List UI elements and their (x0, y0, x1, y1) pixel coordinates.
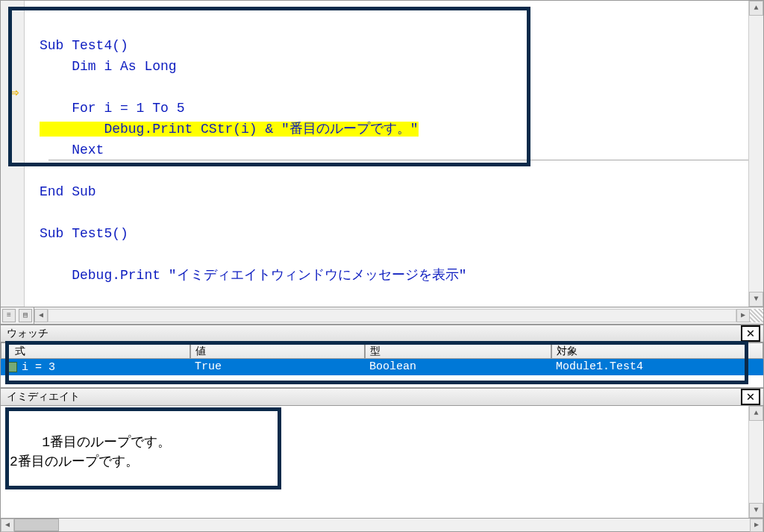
scroll-down-button[interactable]: ▼ (749, 292, 763, 307)
watch-column-headers: 式 値 型 対象 (1, 342, 763, 359)
current-line-arrow-icon: ⇨ (10, 83, 19, 101)
hscroll-right-button[interactable]: ▶ (736, 309, 750, 322)
immediate-output[interactable]: 1番目のループです。 2番目のループです。 (1, 406, 748, 518)
immediate-output-text: 1番目のループです。 2番目のループです。 (10, 435, 171, 469)
code-gutter: ⇨ (1, 1, 25, 307)
watch-cell-expression: i = 3 (1, 359, 190, 375)
procedure-view-button[interactable]: ≡ (2, 309, 16, 322)
code-line-dim: Dim i As Long (40, 59, 177, 74)
imm-hscroll-track[interactable] (59, 519, 750, 531)
code-line-for: For i = 1 To 5 (40, 101, 184, 116)
imm-scroll-track[interactable] (749, 421, 763, 503)
full-module-view-button[interactable]: ▤ (19, 309, 32, 322)
code-line-next: Next (40, 143, 104, 157)
watch-cell-context: Module1.Test4 (551, 359, 763, 375)
watch-panel-title: ウォッチ (7, 327, 48, 340)
watch-col-context[interactable]: 対象 (551, 342, 763, 359)
code-proc-separator (48, 160, 748, 160)
immediate-panel-header: イミディエイト ✕ (0, 388, 764, 406)
immediate-panel-title: イミディエイト (7, 390, 80, 404)
imm-hscroll-left-button[interactable]: ◀ (1, 519, 14, 532)
watch-row[interactable]: i = 3 True Boolean Module1.Test4 (1, 359, 763, 375)
watch-col-expression[interactable]: 式 (1, 342, 190, 359)
code-current-line: Debug.Print CStr(i) & "番目のループです。" (40, 122, 419, 137)
watch-col-value[interactable]: 値 (190, 342, 365, 359)
view-mode-buttons: ≡ ▤ (1, 307, 34, 324)
watch-panel-header: ウォッチ ✕ (0, 325, 764, 342)
code-line-endsub1: End Sub (40, 184, 96, 199)
immediate-horizontal-scrollbar[interactable]: ◀ ▶ (0, 519, 764, 532)
immediate-close-button[interactable]: ✕ (741, 389, 760, 405)
watch-cell-type: Boolean (365, 359, 551, 375)
code-line-sub2: Sub Test5() (40, 226, 128, 241)
imm-hscroll-thumb[interactable] (14, 519, 59, 531)
scroll-up-button[interactable]: ▲ (749, 1, 763, 16)
resize-grip-icon[interactable] (750, 309, 763, 322)
watch-cell-value: True (190, 359, 365, 375)
code-scroll-area[interactable]: Sub Test4() Dim i As Long For i = 1 To 5… (25, 1, 748, 307)
code-line-debug2: Debug.Print "イミディエイトウィンドウにメッセージを表示" (40, 268, 466, 283)
imm-hscroll-right-button[interactable]: ▶ (750, 519, 763, 532)
watch-panel-body: 式 値 型 対象 i = 3 True Boolean Module1.Test… (0, 342, 764, 388)
immediate-vertical-scrollbar[interactable]: ▲ ▼ (748, 406, 763, 518)
imm-scroll-up-button[interactable]: ▲ (749, 406, 763, 421)
code-vertical-scrollbar[interactable]: ▲ ▼ (748, 1, 763, 307)
hscroll-left-button[interactable]: ◀ (34, 309, 48, 322)
code-horizontal-scrollbar[interactable] (48, 309, 736, 322)
code-editor-pane: ⇨ Sub Test4() Dim i As Long For i = 1 To… (0, 0, 764, 307)
watch-glasses-icon (5, 362, 17, 372)
watch-expr-text: i = 3 (22, 361, 55, 374)
scroll-track[interactable] (749, 16, 763, 292)
watch-close-button[interactable]: ✕ (741, 325, 760, 342)
imm-scroll-down-button[interactable]: ▼ (749, 503, 763, 518)
watch-col-type[interactable]: 型 (365, 342, 551, 359)
code-content[interactable]: Sub Test4() Dim i As Long For i = 1 To 5… (25, 1, 748, 307)
code-bottom-strip: ≡ ▤ ◀ ▶ (0, 307, 764, 325)
immediate-panel-body: 1番目のループです。 2番目のループです。 ▲ ▼ (0, 406, 764, 519)
code-line-sub1: Sub Test4() (40, 38, 128, 53)
